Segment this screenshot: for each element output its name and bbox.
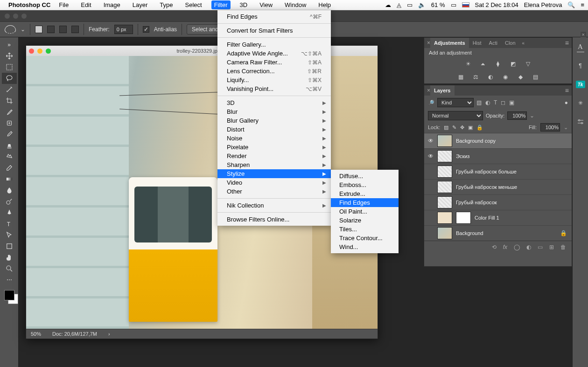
layer-row[interactable]: Background🔒 <box>424 225 572 241</box>
battery-percent[interactable]: 61 % <box>431 1 445 8</box>
brush-tool[interactable] <box>2 129 17 140</box>
menu-type[interactable]: Type <box>157 0 175 9</box>
stylize-diffuse[interactable]: Diffuse... <box>331 172 399 180</box>
lock-position-icon[interactable]: ✥ <box>460 125 464 131</box>
selection-intersect-icon[interactable] <box>71 26 79 33</box>
menu-help[interactable]: Help <box>315 0 334 9</box>
stylize-wind[interactable]: Wind... <box>331 242 399 251</box>
tab-clone-source[interactable]: Clon <box>501 38 519 48</box>
zoom-level[interactable]: 50% <box>31 331 41 337</box>
filter-browse-online[interactable]: Browse Filters Online... <box>217 215 331 224</box>
blur-tool[interactable] <box>2 185 17 196</box>
tab-adjustments[interactable]: Adjustments <box>430 38 469 48</box>
adj-curves-icon[interactable]: ⧫ <box>494 60 502 68</box>
layer-row[interactable]: Грубый набросок <box>424 194 572 210</box>
fill-input[interactable] <box>540 123 560 132</box>
layer-lock-icon[interactable]: 🔒 <box>560 230 567 236</box>
window-close-icon[interactable] <box>5 14 10 19</box>
adj-mixer-icon[interactable]: ◆ <box>516 73 525 81</box>
window-minimize-icon[interactable] <box>13 14 18 19</box>
clock[interactable]: Sat 2 Dec 18:04 <box>475 1 518 8</box>
filter-nik-collection[interactable]: Nik Collection▶ <box>217 201 331 210</box>
magic-wand-tool[interactable] <box>2 84 17 95</box>
stylize-emboss[interactable]: Emboss... <box>331 180 399 189</box>
selection-new-icon[interactable] <box>35 26 42 33</box>
menu-select[interactable]: Select <box>182 0 204 9</box>
link-layers-icon[interactable]: ⟲ <box>492 244 497 250</box>
path-select-tool[interactable] <box>2 229 17 241</box>
layer-visibility-icon[interactable]: 👁 <box>424 153 437 159</box>
add-mask-icon[interactable]: ◯ <box>514 244 520 250</box>
new-adjustment-icon[interactable]: ◐ <box>526 244 531 250</box>
filter-smart-icon[interactable]: ▣ <box>509 99 514 106</box>
filter-3d-submenu[interactable]: 3D▶ <box>217 98 331 107</box>
adj-balance-icon[interactable]: ⚖ <box>471 73 480 81</box>
filter-pixelate-submenu[interactable]: Pixelate▶ <box>217 143 331 152</box>
cloud-icon[interactable]: ☁︎ <box>385 1 391 8</box>
adj-exposure-icon[interactable]: ◩ <box>509 60 517 68</box>
layer-name[interactable]: Эскиз <box>456 153 469 159</box>
layer-fx-icon[interactable]: fx <box>503 244 507 250</box>
layer-thumbnail[interactable] <box>437 227 452 239</box>
move-tool[interactable] <box>2 50 17 62</box>
layer-name[interactable]: Color Fill 1 <box>475 215 499 221</box>
layer-mask-thumbnail[interactable] <box>456 212 471 224</box>
display-icon[interactable]: ▭ <box>407 1 413 8</box>
feather-input[interactable] <box>114 25 133 34</box>
filter-noise-submenu[interactable]: Noise▶ <box>217 134 331 143</box>
layer-row[interactable]: Грубый набросок больше <box>424 164 572 179</box>
tool-collapse-icon[interactable]: » <box>2 39 17 50</box>
filter-camera-raw[interactable]: Camera Raw Filter...⇧⌘A <box>217 58 331 67</box>
layers-menu-icon[interactable]: ≡ <box>565 87 569 94</box>
lasso-tool[interactable] <box>2 73 17 84</box>
layers-close-icon[interactable]: × <box>427 87 430 94</box>
filter-vanishing-point[interactable]: Vanishing Point...⌥⌘V <box>217 84 331 93</box>
panel-collapse-icon[interactable]: « <box>522 41 525 46</box>
panel-close-x[interactable]: × <box>581 32 586 37</box>
adj-bw-icon[interactable]: ◐ <box>486 73 495 81</box>
dodge-tool[interactable] <box>2 196 17 207</box>
adj-photo-icon[interactable]: ◉ <box>501 73 510 81</box>
menu-layer[interactable]: Layer <box>130 0 151 9</box>
input-source-flag-icon[interactable] <box>462 2 469 7</box>
color-swatches[interactable] <box>4 290 14 300</box>
history-brush-tool[interactable] <box>2 151 17 162</box>
sliders-panel-icon[interactable] <box>575 117 586 127</box>
stylize-oil-paint[interactable]: Oil Paint... <box>331 207 399 216</box>
marquee-tool[interactable] <box>2 62 17 73</box>
gradient-tool[interactable] <box>2 173 17 185</box>
menu-image[interactable]: Image <box>101 0 123 9</box>
app-name[interactable]: Photoshop CC <box>8 1 50 8</box>
adj-lookup-icon[interactable]: ▤ <box>531 73 539 81</box>
compass-panel-icon[interactable]: ✳ <box>575 98 586 108</box>
layer-thumbnail[interactable] <box>437 166 452 178</box>
eyedropper-tool[interactable] <box>2 106 17 118</box>
shape-tool[interactable] <box>2 241 17 252</box>
doc-info-arrow-icon[interactable]: › <box>108 331 110 337</box>
notifications-icon[interactable]: ≡ <box>581 1 584 8</box>
eraser-tool[interactable] <box>2 162 17 173</box>
anti-alias-checkbox[interactable]: ✓ <box>143 26 149 33</box>
doc-close-icon[interactable] <box>29 48 34 54</box>
filter-stylize-submenu[interactable]: Stylize▶ <box>217 169 331 178</box>
filter-type-icon[interactable]: T <box>494 99 497 106</box>
adj-brightness-icon[interactable]: ☀ <box>464 60 472 68</box>
menu-3d[interactable]: 3D <box>237 0 251 9</box>
layer-visibility-icon[interactable]: 👁 <box>424 138 437 144</box>
foreground-color-swatch[interactable] <box>4 290 14 300</box>
layer-row[interactable]: Грубый набросок меньше <box>424 179 572 194</box>
lock-artboard-icon[interactable]: ▣ <box>468 125 473 131</box>
adj-levels-icon[interactable]: ⏶ <box>479 60 487 68</box>
edit-toolbar-icon[interactable]: ⋯ <box>2 274 17 285</box>
layer-name[interactable]: Грубый набросок меньше <box>456 184 517 190</box>
doc-info[interactable]: Doc: 20,6M/127,7M <box>52 331 97 337</box>
stylize-trace-contour[interactable]: Trace Contour... <box>331 234 399 242</box>
stylize-solarize[interactable]: Solarize <box>331 216 399 225</box>
filter-lens-correction[interactable]: Lens Correction...⇧⌘R <box>217 67 331 76</box>
filter-adaptive-wide-angle[interactable]: Adaptive Wide Angle...⌥⇧⌘A <box>217 49 331 58</box>
layer-thumbnail[interactable] <box>437 150 452 162</box>
doc-zoom-icon[interactable] <box>46 48 51 54</box>
hand-tool[interactable] <box>2 252 17 263</box>
layer-thumbnail[interactable] <box>437 135 452 147</box>
adjustments-close-icon[interactable]: × <box>427 40 430 46</box>
